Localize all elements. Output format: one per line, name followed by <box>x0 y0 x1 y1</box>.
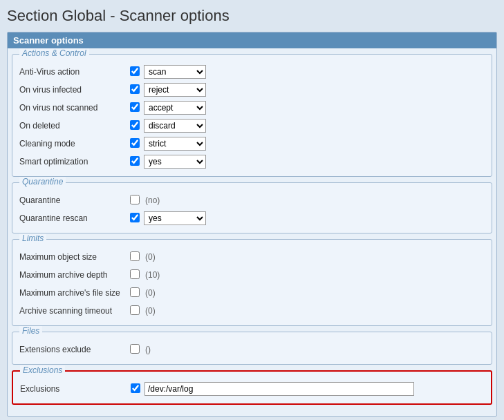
quarantine-static-val: (no) <box>145 195 160 205</box>
row-quarantine-rescan: Quarantine rescan yesno <box>19 211 485 226</box>
max-object-size-control: (0) <box>144 252 156 262</box>
max-archive-depth-val: (10) <box>145 270 160 280</box>
row-cleaning-mode: Cleaning mode strictstandardnone <box>19 136 485 151</box>
page: Section Global - Scanner options Scanner… <box>0 0 504 420</box>
row-max-object-size: Maximum object size (0) <box>19 249 485 265</box>
cleaning-mode-select[interactable]: strictstandardnone <box>144 137 206 151</box>
actions-legend: Actions & Control <box>19 48 89 58</box>
max-archive-depth-label: Maximum archive depth <box>19 270 130 280</box>
row-archive-scanning-timeout: Archive scanning timeout (0) <box>19 303 485 318</box>
max-object-size-check[interactable] <box>130 251 144 263</box>
row-on-deleted: On deleted scanrejectacceptdiscard <box>19 118 485 133</box>
antivirus-action-select[interactable]: scanrejectacceptdiscard <box>144 65 206 79</box>
on-deleted-checkbox[interactable] <box>130 120 140 130</box>
max-object-size-label: Maximum object size <box>19 252 130 262</box>
on-virus-infected-label: On virus infected <box>19 85 130 95</box>
on-virus-not-scanned-control[interactable]: scanrejectacceptdiscard <box>144 101 206 115</box>
exclusions-check[interactable] <box>131 383 144 395</box>
exclusions-text-input[interactable] <box>144 382 414 396</box>
on-deleted-select[interactable]: scanrejectacceptdiscard <box>144 119 206 133</box>
max-object-size-checkbox[interactable] <box>130 251 140 261</box>
on-deleted-label: On deleted <box>19 121 130 131</box>
quarantine-rescan-control[interactable]: yesno <box>144 211 206 225</box>
actions-section-body: Anti-Virus action scanrejectacceptdiscar… <box>12 55 492 176</box>
exclusions-legend: Exclusions <box>20 365 65 375</box>
quarantine-rescan-checkbox[interactable] <box>130 213 140 222</box>
row-max-archive-depth: Maximum archive depth (10) <box>19 267 485 283</box>
row-max-archive-file-size: Maximum archive's file size (0) <box>19 285 485 300</box>
quarantine-section: Quarantine Quarantine (no) Quarantine re… <box>12 182 492 233</box>
max-object-size-val: (0) <box>145 252 156 262</box>
antivirus-action-label: Anti-Virus action <box>19 67 130 77</box>
antivirus-action-control[interactable]: scanrejectacceptdiscard <box>144 65 206 79</box>
max-archive-file-size-control: (0) <box>144 288 156 298</box>
antivirus-action-check[interactable] <box>130 66 144 78</box>
smart-optimization-check[interactable] <box>130 156 144 168</box>
smart-optimization-label: Smart optimization <box>19 157 130 166</box>
limits-legend: Limits <box>19 233 46 243</box>
exclusions-checkbox[interactable] <box>131 383 140 393</box>
quarantine-checkbox[interactable] <box>130 195 140 204</box>
quarantine-check[interactable] <box>130 195 144 207</box>
smart-optimization-select[interactable]: yesno <box>144 155 206 169</box>
exclusions-section-body: Exclusions <box>13 372 491 403</box>
limits-section: Limits Maximum object size (0) Maximum a… <box>12 239 492 326</box>
extensions-exclude-label: Extensions exclude <box>19 345 130 354</box>
on-virus-infected-select[interactable]: scanrejectacceptdiscard <box>144 83 206 97</box>
extensions-exclude-control: () <box>144 345 151 354</box>
cleaning-mode-control[interactable]: strictstandardnone <box>144 137 206 151</box>
max-archive-file-size-val: (0) <box>145 288 156 298</box>
files-section-body: Extensions exclude () <box>12 332 492 364</box>
exclusions-control[interactable] <box>144 382 414 396</box>
on-virus-infected-check[interactable] <box>130 84 144 96</box>
smart-optimization-control[interactable]: yesno <box>144 155 206 169</box>
actions-section: Actions & Control Anti-Virus action scan… <box>12 54 492 177</box>
card-header: Scanner options <box>8 32 496 48</box>
scanner-options-card: Scanner options Actions & Control Anti-V… <box>7 32 497 417</box>
cleaning-mode-checkbox[interactable] <box>130 138 140 148</box>
max-archive-depth-control: (10) <box>144 270 160 280</box>
archive-scanning-timeout-checkbox[interactable] <box>130 305 140 315</box>
extensions-exclude-checkbox[interactable] <box>130 344 140 354</box>
row-antivirus-action: Anti-Virus action scanrejectacceptdiscar… <box>19 64 485 79</box>
files-section: Files Extensions exclude () <box>12 332 492 365</box>
max-archive-file-size-label: Maximum archive's file size <box>19 288 130 298</box>
extensions-exclude-val: () <box>145 345 151 354</box>
antivirus-action-checkbox[interactable] <box>130 66 140 76</box>
on-virus-not-scanned-check[interactable] <box>130 102 144 114</box>
row-smart-optimization: Smart optimization yesno <box>19 154 485 169</box>
on-deleted-check[interactable] <box>130 120 144 132</box>
max-archive-depth-checkbox[interactable] <box>130 269 140 279</box>
on-virus-infected-control[interactable]: scanrejectacceptdiscard <box>144 83 206 97</box>
extensions-exclude-check[interactable] <box>130 344 144 356</box>
max-archive-depth-check[interactable] <box>130 269 144 281</box>
exclusions-section: Exclusions Exclusions <box>12 370 492 405</box>
row-on-virus-not-scanned: On virus not scanned scanrejectacceptdis… <box>19 100 485 115</box>
card-body: Actions & Control Anti-Virus action scan… <box>8 48 496 416</box>
quarantine-rescan-select[interactable]: yesno <box>144 211 206 225</box>
on-virus-infected-checkbox[interactable] <box>130 84 140 94</box>
on-deleted-control[interactable]: scanrejectacceptdiscard <box>144 119 206 133</box>
row-extensions-exclude: Extensions exclude () <box>19 342 485 357</box>
archive-scanning-timeout-check[interactable] <box>130 305 144 317</box>
row-on-virus-infected: On virus infected scanrejectacceptdiscar… <box>19 82 485 97</box>
on-virus-not-scanned-label: On virus not scanned <box>19 103 130 113</box>
quarantine-rescan-label: Quarantine rescan <box>19 213 130 223</box>
page-title: Section Global - Scanner options <box>7 7 497 25</box>
cleaning-mode-check[interactable] <box>130 138 144 150</box>
on-virus-not-scanned-select[interactable]: scanrejectacceptdiscard <box>144 101 206 115</box>
quarantine-section-body: Quarantine (no) Quarantine rescan yesno <box>12 183 492 233</box>
files-legend: Files <box>19 326 42 336</box>
max-archive-file-size-checkbox[interactable] <box>130 287 140 297</box>
limits-section-body: Maximum object size (0) Maximum archive … <box>12 240 492 325</box>
row-exclusions: Exclusions <box>20 381 484 397</box>
quarantine-label: Quarantine <box>19 195 130 205</box>
archive-scanning-timeout-val: (0) <box>145 306 156 316</box>
max-archive-file-size-check[interactable] <box>130 287 144 299</box>
exclusions-label: Exclusions <box>20 384 131 394</box>
smart-optimization-checkbox[interactable] <box>130 156 140 166</box>
quarantine-legend: Quarantine <box>19 177 66 187</box>
on-virus-not-scanned-checkbox[interactable] <box>130 102 140 112</box>
quarantine-rescan-check[interactable] <box>130 213 144 225</box>
cleaning-mode-label: Cleaning mode <box>19 139 130 149</box>
